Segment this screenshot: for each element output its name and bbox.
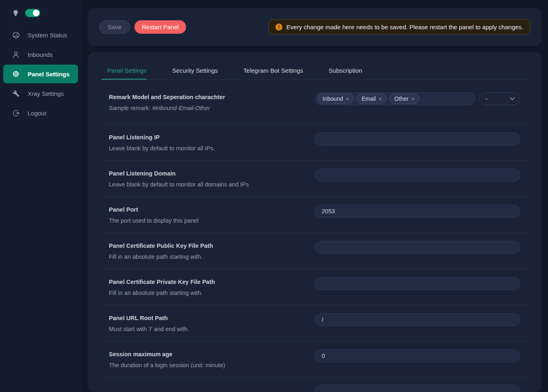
sidebar-item-label: Logout xyxy=(28,110,46,117)
cert-public-key-path-input[interactable] xyxy=(315,241,520,254)
cert-private-key-path-input[interactable] xyxy=(315,277,520,290)
row-control-col xyxy=(315,385,529,392)
bulb-icon xyxy=(13,10,19,17)
dark-mode-toggle[interactable] xyxy=(25,9,40,17)
warning-alert-text: Every change made here needs to be saved… xyxy=(286,24,523,30)
row-label-col: Session maximum age The duration of a lo… xyxy=(101,349,315,368)
tag-other: Other × xyxy=(389,93,420,104)
user-icon xyxy=(12,51,19,58)
row-label-col: Panel URL Root Path Must start with '/' … xyxy=(101,313,315,332)
remove-tag-icon[interactable]: × xyxy=(412,96,415,102)
row-label-col: Panel Certificate Private Key File Path … xyxy=(101,277,315,296)
chevron-down-icon xyxy=(510,97,515,100)
row-control-col xyxy=(315,241,529,254)
session-maximum-age-input[interactable] xyxy=(315,349,520,362)
row-control-col: Inbound × Email × Other × - xyxy=(315,92,529,105)
row-control-col xyxy=(315,277,529,290)
wrench-icon xyxy=(12,90,19,97)
toolbar-buttons: Save Restart Panel xyxy=(99,20,186,34)
field-description: Leave blank by default to monitor all IP… xyxy=(109,145,315,152)
field-label: Panel URL Root Path xyxy=(109,315,315,321)
row-control-col xyxy=(315,169,529,182)
logout-icon xyxy=(12,110,19,117)
form-row-panel-url-root-path: Panel URL Root Path Must start with '/' … xyxy=(101,305,529,342)
field-description: Fill in an absolute path starting with. xyxy=(109,253,315,260)
tab-security-settings[interactable]: Security Settings xyxy=(172,63,218,79)
panel-listening-ip-input[interactable] xyxy=(315,132,520,145)
form-row-panel-port: Panel Port The port used to display this… xyxy=(101,197,529,233)
row-control-col xyxy=(315,132,529,145)
field-label: Panel Certificate Public Key File Path xyxy=(109,243,315,249)
select-value: - xyxy=(485,95,487,102)
row-label-col: Panel Listening Domain Leave blank by de… xyxy=(101,169,315,188)
form-row-panel-listening-ip: Panel Listening IP Leave blank by defaul… xyxy=(101,125,529,161)
form-row-partial xyxy=(101,378,529,392)
sidebar-item-panel-settings[interactable]: Panel Settings xyxy=(3,65,78,83)
dashboard-icon xyxy=(12,32,19,39)
toolbar-card: Save Restart Panel ! Every change made h… xyxy=(88,8,542,46)
remark-model-tags-input[interactable]: Inbound × Email × Other × xyxy=(315,92,476,105)
sidebar-item-xray-settings[interactable]: Xray Settings xyxy=(3,84,78,103)
sidebar-item-logout[interactable]: Logout xyxy=(3,104,78,122)
row-control-col xyxy=(315,205,529,218)
row-label-col: Remark Model and Seperation charachter S… xyxy=(101,92,315,111)
gear-icon xyxy=(12,70,19,78)
field-description: The port used to display this panel xyxy=(109,217,315,224)
toggle-knob xyxy=(33,10,39,16)
tab-telegram-bot-settings[interactable]: Telegram Bot Settings xyxy=(243,63,303,79)
sidebar-menu: System Status Inbounds Panel Settings xyxy=(0,25,81,123)
field-label: Session maximum age xyxy=(109,351,315,357)
row-label-col: Panel Listening IP Leave blank by defaul… xyxy=(101,132,315,152)
save-button[interactable]: Save xyxy=(99,20,130,34)
sidebar-item-label: System Status xyxy=(28,32,67,39)
field-label: Remark Model and Seperation charachter xyxy=(109,94,315,100)
row-label-col: Panel Certificate Public Key File Path F… xyxy=(101,241,315,260)
field-description: The duration of a login session (unit: m… xyxy=(109,362,315,368)
field-description: Must start with '/' and end with. xyxy=(109,326,315,332)
row-control-col xyxy=(315,349,529,362)
form-row-session-maximum-age: Session maximum age The duration of a lo… xyxy=(101,342,529,378)
tag-inbound: Inbound × xyxy=(317,93,354,104)
separator-select[interactable]: - xyxy=(479,92,520,105)
tag-email: Email × xyxy=(356,93,387,104)
settings-tabs: Panel Settings Security Settings Telegra… xyxy=(101,63,529,80)
panel-port-input[interactable] xyxy=(315,205,520,218)
field-label: Panel Listening IP xyxy=(109,134,315,141)
restart-panel-button[interactable]: Restart Panel xyxy=(134,20,186,34)
row-label-col xyxy=(101,385,315,386)
row-control-col xyxy=(315,313,529,326)
tab-panel-settings[interactable]: Panel Settings xyxy=(107,63,147,79)
remove-tag-icon[interactable]: × xyxy=(379,96,382,102)
row-label-col: Panel Port The port used to display this… xyxy=(101,205,315,224)
sidebar-item-label: Xray Settings xyxy=(28,90,64,97)
sidebar-item-label: Panel Settings xyxy=(28,71,69,78)
tag-label: Email xyxy=(362,95,376,102)
field-description: Leave blank by default to monitor all do… xyxy=(109,181,315,188)
main-content: Save Restart Panel ! Every change made h… xyxy=(81,0,548,392)
field-description-sample: #Inbound-Email-Other xyxy=(152,105,210,111)
panel-url-root-path-input[interactable] xyxy=(315,313,520,326)
tag-label: Inbound xyxy=(323,95,343,102)
warning-alert: ! Every change made here needs to be sav… xyxy=(269,19,530,35)
field-description: Sample remark: #Inbound-Email-Other xyxy=(109,105,315,111)
field-description-text: Sample remark: xyxy=(109,105,152,111)
tab-subscription[interactable]: Subscription xyxy=(329,63,362,79)
remove-tag-icon[interactable]: × xyxy=(346,96,349,102)
sidebar-item-inbounds[interactable]: Inbounds xyxy=(3,45,78,64)
field-label: Panel Listening Domain xyxy=(109,170,315,177)
sidebar-item-system-status[interactable]: System Status xyxy=(3,26,78,44)
warning-icon: ! xyxy=(275,24,282,30)
partial-row-input[interactable] xyxy=(315,385,520,392)
field-label: Panel Port xyxy=(109,206,315,213)
form-row-cert-public-key-path: Panel Certificate Public Key File Path F… xyxy=(101,233,529,269)
panel-listening-domain-input[interactable] xyxy=(315,169,520,182)
form-row-cert-private-key-path: Panel Certificate Private Key File Path … xyxy=(101,269,529,305)
sidebar-item-label: Inbounds xyxy=(28,51,53,58)
form-row-remark-model: Remark Model and Seperation charachter S… xyxy=(101,80,529,125)
sidebar: System Status Inbounds Panel Settings xyxy=(0,0,81,392)
form-row-panel-listening-domain: Panel Listening Domain Leave blank by de… xyxy=(101,161,529,197)
settings-card: Panel Settings Security Settings Telegra… xyxy=(88,52,542,392)
field-description: Fill in an absolute path starting with. xyxy=(109,290,315,296)
theme-toggle-row xyxy=(0,8,81,18)
tag-label: Other xyxy=(394,95,409,102)
